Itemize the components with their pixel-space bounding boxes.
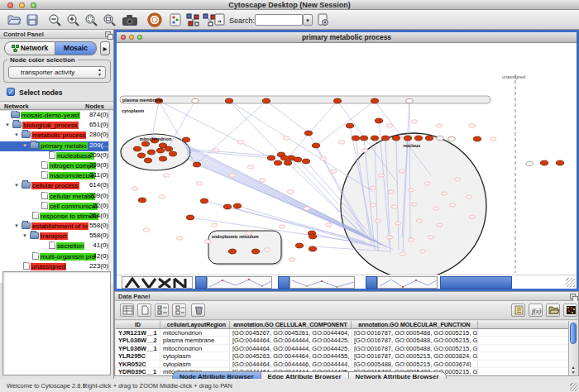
minimized-window-titlebar[interactable] <box>278 276 290 289</box>
node-label-oval <box>325 223 332 227</box>
color-attribute-dropdown[interactable]: transporter activity ▲▼ <box>8 66 106 79</box>
minimized-window-thumbnail[interactable] <box>290 276 355 289</box>
annotation-icon[interactable] <box>169 12 182 27</box>
attribute-notes-icon[interactable] <box>511 304 525 317</box>
expand-arrow-icon[interactable]: ▼ <box>5 122 12 127</box>
table-row[interactable]: YLR295Ccytoplasm[GO:0045263, GO:0044464,… <box>116 352 569 360</box>
expand-arrow-icon[interactable]: ▼ <box>14 223 22 228</box>
scrollbar-arrows-icon[interactable]: ▲▼ <box>569 365 577 375</box>
tree-item-count: 874(0) <box>89 111 108 118</box>
tree-item-nucleobase-[interactable]: nucleobase-209(0) <box>0 151 113 161</box>
expand-arrow-icon[interactable]: ▼ <box>22 233 30 238</box>
table-row[interactable]: YKR052Ccytoplasm[GO:0044464, GO:0044446,… <box>116 361 569 368</box>
tab-mosaic[interactable]: Mosaic <box>55 41 97 55</box>
delete-attribute-icon[interactable] <box>191 304 205 317</box>
table-row[interactable]: YJR121W__1mitochondrion[GO:0045267, GO:0… <box>116 329 569 337</box>
float-panel-icon[interactable] <box>105 31 111 37</box>
folder-icon <box>22 222 31 229</box>
help-icon[interactable] <box>147 12 162 27</box>
new-attribute-icon[interactable] <box>137 304 151 317</box>
window-resize-grip[interactable] <box>566 278 575 287</box>
app-resize-grip[interactable] <box>570 383 578 391</box>
column-header-ID[interactable]: ID <box>116 321 160 328</box>
tree-item-cellular-metabo[interactable]: cellular metabo209(0) <box>0 192 113 202</box>
tree-item-transport[interactable]: ▼transport558(0) <box>0 232 113 241</box>
minimized-window-titlebar[interactable] <box>366 276 377 289</box>
table-row[interactable]: YPL036W__1mitochondrion[GO:0044464, GO:0… <box>116 345 569 352</box>
minimized-window-titlebar[interactable] <box>440 276 512 289</box>
node-label-oval <box>259 179 266 182</box>
column-header-annotation.GO MOLECULAR_FUNCTION[interactable]: annotation.GO MOLECULAR_FUNCTION <box>352 321 478 328</box>
column-header-spacer[interactable] <box>478 321 569 328</box>
tab-overflow-arrow[interactable]: ▶ <box>100 41 110 55</box>
column-header-_cellularLayoutRegion[interactable]: _cellularLayoutRegion <box>160 321 230 328</box>
layout-sheet-icon[interactable] <box>213 12 226 27</box>
zoom-fit-icon[interactable] <box>102 12 117 27</box>
save-icon[interactable] <box>25 12 40 27</box>
tree-item-secretion[interactable]: secretion41(0) <box>0 241 113 251</box>
network-canvas[interactable]: plasma membranecytoplasmmitochondrionnuc… <box>117 43 577 275</box>
tree-item-cell-communicat[interactable]: cell communicat22(0) <box>0 202 113 212</box>
zoom-out-icon[interactable] <box>47 12 62 27</box>
tree-item-multi-organism-pro[interactable]: multi-organism pro42(0) <box>0 252 113 262</box>
tree-item-label: cellular process <box>31 182 79 189</box>
status-bar: Welcome to Cytoscape 2.8.1Right-click + … <box>0 379 579 392</box>
tree-item-primary-metabo[interactable]: ▼primary metabo209(... <box>0 141 113 151</box>
search-dropdown-arrow[interactable]: ▼ <box>303 14 313 26</box>
gene-node <box>284 160 291 165</box>
tab-network[interactable]: Network <box>4 41 55 55</box>
tree-item-macromolecule[interactable]: macromolecule311(0) <box>0 171 113 181</box>
matrix-view-icon[interactable] <box>563 304 577 317</box>
tree-item-response-to-stimulu[interactable]: response to stimulu264(0) <box>0 212 113 222</box>
node-label-oval <box>330 170 337 173</box>
gene-node <box>186 215 194 220</box>
snapshot-icon[interactable] <box>122 12 139 27</box>
dropdown-stepper-icon: ▲▼ <box>95 67 104 78</box>
minimized-window-thumbnail[interactable] <box>377 276 438 289</box>
zoom-selected-icon[interactable] <box>84 12 98 27</box>
expand-arrow-icon[interactable]: ▼ <box>14 132 22 137</box>
unselect-attributes-icon[interactable] <box>172 304 186 317</box>
tree-scrollbar[interactable] <box>108 111 113 283</box>
gene-node <box>371 136 378 141</box>
select-nodes-label: Select nodes <box>19 88 62 97</box>
select-nodes-checkbox[interactable]: ✓ <box>7 88 15 96</box>
file-icon <box>41 192 48 199</box>
tree-item-label: multi-organism pro <box>40 253 96 261</box>
column-header-annotation.GO CELLULAR_COMPONENT[interactable]: annotation.GO CELLULAR_COMPONENT <box>230 321 352 328</box>
tree-item-cellular-process[interactable]: ▼cellular process614(0) <box>0 181 113 191</box>
select-all-attributes-icon[interactable] <box>120 304 134 317</box>
table-cell: [GO:0016787, GO:0005488, GO:0005215, G..… <box>352 345 478 351</box>
open-file-icon[interactable] <box>7 12 22 27</box>
network-window-titlebar[interactable]: primary metabolic process <box>117 32 577 43</box>
folder-icon <box>22 131 31 138</box>
minimized-window-titlebar[interactable] <box>195 276 207 289</box>
zoom-in-icon[interactable] <box>65 12 80 27</box>
function-builder-icon[interactable]: f(x) <box>529 304 543 317</box>
minimized-window-thumbnail[interactable] <box>122 276 193 289</box>
select-attributes-icon[interactable] <box>155 304 169 317</box>
vizmapper-icon[interactable] <box>185 12 200 27</box>
table-scrollbar[interactable]: ▲▼ <box>568 321 577 375</box>
table-cell: [GO:0044464, GO:0044444, GO:0044425, G..… <box>230 337 352 343</box>
search-settings-icon[interactable] <box>317 12 329 27</box>
import-attributes-icon[interactable] <box>546 304 560 317</box>
gene-node <box>304 131 312 136</box>
expand-arrow-icon[interactable]: ▼ <box>14 183 22 188</box>
table-cell: [GO:0044464, GO:0044446, GO:0044444, G..… <box>230 361 352 367</box>
tree-item-establishment-of-lo[interactable]: ▼establishment of lo558(0) <box>0 222 113 232</box>
float-panel-icon[interactable] <box>570 294 576 299</box>
status-message: Middle-click + drag to PAN <box>160 382 232 390</box>
birds-eye-view[interactable] <box>2 271 111 375</box>
edge <box>286 101 337 160</box>
attribute-table[interactable]: ID_cellularLayoutRegionannotation.GO CEL… <box>116 321 569 375</box>
search-input[interactable] <box>255 14 303 26</box>
tree-item-nitrogen-compo[interactable]: nitrogen compo209(0) <box>0 161 113 171</box>
table-row[interactable]: YPL036W__2plasma membrane[GO:0044464, GO… <box>116 337 569 344</box>
folder-icon <box>12 122 22 128</box>
table-scrollbar-thumb[interactable] <box>570 323 577 344</box>
tree-item-metabolic-process[interactable]: ▼metabolic process280(0) <box>0 131 113 141</box>
tree-item-biological-process[interactable]: ▼biological_process651(0) <box>0 121 113 131</box>
minimized-window-thumbnail[interactable] <box>207 276 272 289</box>
expand-arrow-icon[interactable]: ▼ <box>22 143 30 148</box>
